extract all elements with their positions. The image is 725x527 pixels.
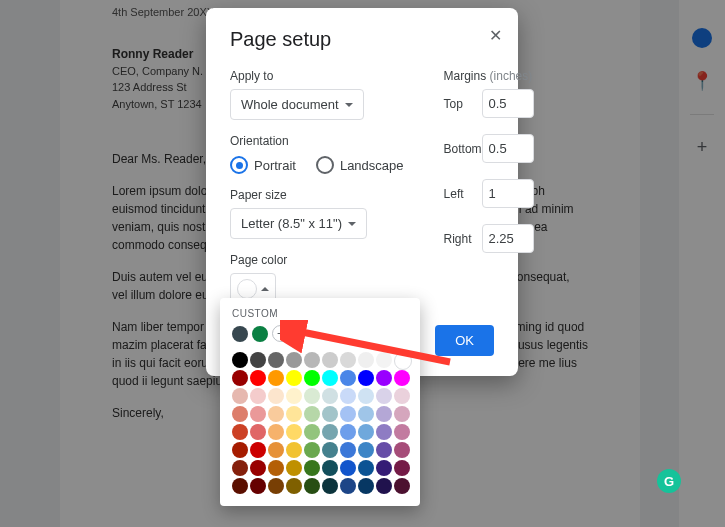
- palette-color-swatch[interactable]: [286, 388, 302, 404]
- palette-color-swatch[interactable]: [358, 460, 374, 476]
- palette-color-swatch[interactable]: [268, 478, 284, 494]
- palette-color-swatch[interactable]: [268, 388, 284, 404]
- palette-color-swatch[interactable]: [304, 388, 320, 404]
- palette-color-swatch[interactable]: [286, 442, 302, 458]
- palette-color-swatch[interactable]: [358, 478, 374, 494]
- palette-color-swatch[interactable]: [394, 388, 410, 404]
- palette-color-swatch[interactable]: [268, 460, 284, 476]
- palette-color-swatch[interactable]: [322, 424, 338, 440]
- orientation-landscape-radio[interactable]: Landscape: [316, 156, 404, 174]
- palette-color-swatch[interactable]: [268, 406, 284, 422]
- palette-color-swatch[interactable]: [250, 424, 266, 440]
- palette-color-swatch[interactable]: [250, 460, 266, 476]
- palette-color-swatch[interactable]: [340, 442, 356, 458]
- palette-color-swatch[interactable]: [286, 370, 302, 386]
- custom-color-swatch[interactable]: [252, 326, 268, 342]
- chevron-down-icon: [345, 103, 353, 107]
- palette-color-swatch[interactable]: [394, 442, 410, 458]
- palette-color-swatch[interactable]: [322, 442, 338, 458]
- margin-left-input[interactable]: [482, 179, 534, 208]
- palette-color-swatch[interactable]: [358, 352, 374, 368]
- palette-color-swatch[interactable]: [358, 424, 374, 440]
- palette-color-swatch[interactable]: [232, 406, 248, 422]
- palette-color-swatch[interactable]: [304, 460, 320, 476]
- palette-color-swatch[interactable]: [232, 478, 248, 494]
- margin-right-input[interactable]: [482, 224, 534, 253]
- palette-color-swatch[interactable]: [340, 370, 356, 386]
- palette-color-swatch[interactable]: [286, 460, 302, 476]
- palette-color-swatch[interactable]: [394, 424, 410, 440]
- palette-color-swatch[interactable]: [304, 352, 320, 368]
- margin-top-input[interactable]: [482, 89, 534, 118]
- palette-color-swatch[interactable]: [322, 478, 338, 494]
- ok-button[interactable]: OK: [435, 325, 494, 356]
- palette-color-swatch[interactable]: [376, 478, 392, 494]
- add-custom-color-button[interactable]: +: [272, 325, 289, 342]
- palette-color-swatch[interactable]: [232, 424, 248, 440]
- palette-color-swatch[interactable]: [232, 388, 248, 404]
- palette-color-swatch[interactable]: [268, 370, 284, 386]
- palette-color-swatch[interactable]: [250, 352, 266, 368]
- palette-color-swatch[interactable]: [376, 352, 392, 368]
- palette-color-swatch[interactable]: [376, 442, 392, 458]
- palette-color-swatch[interactable]: [304, 424, 320, 440]
- palette-color-swatch[interactable]: [358, 388, 374, 404]
- orientation-portrait-label: Portrait: [254, 158, 296, 173]
- palette-color-swatch[interactable]: [286, 424, 302, 440]
- custom-color-swatch[interactable]: [232, 326, 248, 342]
- palette-color-swatch[interactable]: [250, 478, 266, 494]
- palette-color-swatch[interactable]: [394, 460, 410, 476]
- apply-to-select[interactable]: Whole document: [230, 89, 364, 120]
- palette-color-swatch[interactable]: [250, 406, 266, 422]
- palette-color-swatch[interactable]: [340, 388, 356, 404]
- dialog-title: Page setup: [230, 28, 494, 51]
- margin-bottom-input[interactable]: [482, 134, 534, 163]
- palette-color-swatch[interactable]: [232, 460, 248, 476]
- palette-color-swatch[interactable]: [322, 370, 338, 386]
- palette-color-swatch[interactable]: [250, 370, 266, 386]
- palette-color-swatch[interactable]: [394, 478, 410, 494]
- palette-color-swatch[interactable]: [394, 406, 410, 422]
- palette-color-swatch[interactable]: [340, 424, 356, 440]
- palette-color-swatch[interactable]: [340, 460, 356, 476]
- palette-color-swatch[interactable]: [322, 460, 338, 476]
- palette-color-swatch[interactable]: [232, 370, 248, 386]
- palette-color-swatch[interactable]: [394, 370, 410, 386]
- palette-color-swatch[interactable]: [232, 352, 248, 368]
- palette-color-swatch[interactable]: [286, 478, 302, 494]
- palette-color-swatch[interactable]: [322, 406, 338, 422]
- palette-color-swatch[interactable]: [304, 478, 320, 494]
- paper-size-select[interactable]: Letter (8.5" x 11"): [230, 208, 367, 239]
- palette-color-swatch[interactable]: [376, 388, 392, 404]
- palette-color-swatch[interactable]: [232, 442, 248, 458]
- palette-color-swatch[interactable]: [376, 370, 392, 386]
- palette-color-swatch[interactable]: [304, 442, 320, 458]
- palette-color-swatch[interactable]: [358, 442, 374, 458]
- orientation-portrait-radio[interactable]: Portrait: [230, 156, 296, 174]
- palette-color-swatch[interactable]: [268, 424, 284, 440]
- close-icon[interactable]: ✕: [489, 26, 502, 45]
- margin-bottom-label: Bottom: [444, 142, 482, 156]
- palette-color-swatch[interactable]: [268, 352, 284, 368]
- palette-color-swatch[interactable]: [322, 352, 338, 368]
- palette-color-swatch[interactable]: [250, 388, 266, 404]
- palette-color-swatch[interactable]: [304, 370, 320, 386]
- palette-color-swatch[interactable]: [340, 352, 356, 368]
- palette-color-swatch[interactable]: [376, 424, 392, 440]
- apply-to-value: Whole document: [241, 97, 339, 112]
- paper-size-value: Letter (8.5" x 11"): [241, 216, 342, 231]
- palette-color-swatch[interactable]: [358, 406, 374, 422]
- palette-color-swatch[interactable]: [376, 460, 392, 476]
- palette-color-swatch[interactable]: [394, 352, 412, 370]
- palette-color-swatch[interactable]: [358, 370, 374, 386]
- palette-color-swatch[interactable]: [340, 478, 356, 494]
- palette-color-swatch[interactable]: [286, 406, 302, 422]
- palette-color-swatch[interactable]: [322, 388, 338, 404]
- grammarly-icon[interactable]: G: [657, 469, 681, 493]
- palette-color-swatch[interactable]: [286, 352, 302, 368]
- palette-color-swatch[interactable]: [376, 406, 392, 422]
- palette-color-swatch[interactable]: [304, 406, 320, 422]
- palette-color-swatch[interactable]: [268, 442, 284, 458]
- palette-color-swatch[interactable]: [340, 406, 356, 422]
- palette-color-swatch[interactable]: [250, 442, 266, 458]
